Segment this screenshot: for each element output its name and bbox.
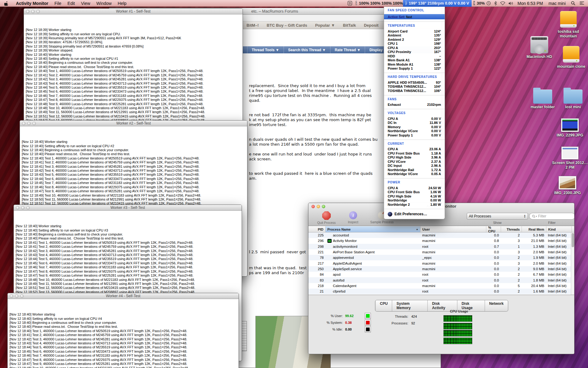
- tab[interactable]: CPU: [375, 300, 392, 311]
- menu-item[interactable]: File: [51, 1, 65, 6]
- worker3-titlebar[interactable]: Worker #3 - Self-Test: [14, 205, 242, 211]
- column-process-name[interactable]: Process Name ▲: [326, 226, 420, 232]
- process-filter-popup[interactable]: All Processes ▲▼: [467, 213, 528, 220]
- zoom-button[interactable]: [32, 122, 36, 125]
- bookmark-item[interactable]: Deposit: [364, 23, 379, 28]
- desktop-icon[interactable]: Screen Shot 2012…2 PM: [552, 147, 588, 170]
- menu-item[interactable]: View: [78, 1, 93, 6]
- log-line: [Nov 12 18:40] Please read stress.txt. C…: [9, 325, 239, 329]
- user-color-swatch[interactable]: [365, 313, 371, 319]
- close-button[interactable]: [26, 10, 29, 13]
- minimize-button[interactable]: [27, 122, 31, 125]
- thread-toolbar-button[interactable]: Thread Tools ▼: [247, 46, 284, 53]
- table-row[interactable]: 221 AirPort Base Station Agent macmini 0…: [308, 249, 571, 255]
- close-button[interactable]: [16, 206, 19, 209]
- table-row[interactable]: 217 AppleIDAuthAgent macmini 0.0 3 2.0 M…: [308, 260, 571, 266]
- column-real-mem[interactable]: Real Mem: [522, 226, 546, 232]
- zoom-button[interactable]: [36, 10, 40, 13]
- close-button[interactable]: [22, 122, 25, 125]
- minimize-button[interactable]: [21, 206, 24, 209]
- edit-preferences-menu-item[interactable]: Edit Preferences…: [384, 211, 445, 217]
- bookmark-item[interactable]: BitTalk: [343, 23, 356, 28]
- table-row[interactable]: 296 Activity Monitor macmini 0.8 3 21.0 …: [308, 238, 571, 243]
- table-row[interactable]: 84 apsd root 0.0 2 6.7 MB Intel (64 bit): [308, 272, 571, 277]
- minimize-button[interactable]: [31, 10, 35, 13]
- apple-menu-icon[interactable]: [0, 1, 13, 6]
- table-row[interactable]: 218 CalendarAgent macmini 0.0 5 20.4 MB …: [308, 283, 571, 289]
- cell-kind: Intel (64 bit): [546, 245, 571, 248]
- column-pid[interactable]: PID: [308, 226, 326, 232]
- thread-toolbar-button[interactable]: Rate Thread ▼: [330, 46, 365, 53]
- menu-clock[interactable]: Mon 6:53 PM: [515, 1, 546, 6]
- worker1-titlebar[interactable]: Worker #1 - Self-Test: [24, 9, 243, 14]
- istat-mem-menu[interactable]: MEM 30%: [472, 1, 485, 6]
- bookmark-item[interactable]: Popular ▼: [315, 23, 335, 28]
- cell-kind: Intel (64 bit): [546, 256, 571, 259]
- desktop-icon[interactable]: mountain clone: [553, 46, 588, 69]
- threads-label: Threads:: [378, 315, 408, 318]
- zoom-button[interactable]: [322, 205, 325, 208]
- worker1-log[interactable]: [Nov 12 18:39] Worker starting[Nov 12 18…: [24, 14, 243, 127]
- close-button[interactable]: [311, 205, 315, 208]
- worker2-titlebar[interactable]: Worker #2 - Self-Test: [20, 121, 247, 126]
- table-row[interactable]: 250 AppleSpell.service macmini 0.0 2 9.0…: [308, 266, 571, 272]
- cell-pid: 225: [308, 233, 326, 237]
- fast-user-switch-menu[interactable]: mac mini: [546, 1, 568, 6]
- menu-item[interactable]: Edit: [64, 1, 78, 6]
- post-line: am.: [249, 176, 372, 181]
- zoom-button[interactable]: [26, 206, 30, 209]
- column-kind[interactable]: Kind: [546, 226, 572, 232]
- log-line: [Nov 12 18:39] Setting affinity to run w…: [26, 32, 243, 36]
- spotlight-icon[interactable]: [571, 1, 575, 6]
- bookmark-item[interactable]: BitM–!: [247, 23, 259, 28]
- table-row[interactable]: 225 accountsd macmini 0.0 2 5.3 MB Intel…: [308, 232, 571, 238]
- scrollbar[interactable]: [571, 232, 574, 295]
- table-row[interactable]: 78 appleeventsd _eppc 0.0 2 1.9 MB Intel…: [308, 255, 571, 260]
- column-user[interactable]: User: [420, 226, 486, 232]
- menu-item[interactable]: Window: [93, 1, 115, 6]
- idle-color-swatch[interactable]: [365, 326, 371, 332]
- active-set-menu-item[interactable]: Active Set: fast: [384, 14, 445, 19]
- system-color-swatch[interactable]: [365, 320, 371, 326]
- desktop-icon[interactable]: IMG_2300.JPG: [549, 176, 586, 195]
- scrollbar-thumb[interactable]: [571, 233, 574, 247]
- quit-process-button[interactable]: Quit Process: [313, 211, 340, 224]
- desktop-icon[interactable]: toshiba ssd mountain: [550, 11, 587, 39]
- istat-temp-menu-open[interactable]: TMP 199° 138° 2108rpm 0.00 V 0.00 V: [403, 0, 472, 7]
- close-button[interactable]: [10, 294, 13, 298]
- tab[interactable]: System Memory: [392, 300, 428, 311]
- table-row[interactable]: 83 autofsd root 0.0 2 1.8 MB Intel (64 b…: [308, 277, 571, 283]
- table-row[interactable]: 21 cfprefsd root 0.0 2 1.6 MB Intel (64 …: [308, 289, 571, 294]
- power-section: CPU A24.50 WCPU Front Side Bus1.06 WCPU …: [384, 186, 445, 207]
- log-line: [Nov 12 18:41] Test 2, 460000 Lucas-Lehm…: [9, 333, 239, 337]
- filter-search-field[interactable]: ▾ Filter: [529, 213, 575, 220]
- sensor-row: Exhaust2102rpm: [384, 103, 445, 107]
- zoom-button[interactable]: [20, 294, 24, 298]
- worker2-log[interactable]: [Nov 12 18:40] Worker starting[Nov 12 18…: [20, 126, 247, 214]
- time-machine-icon[interactable]: [486, 1, 491, 6]
- worker4-log[interactable]: [Nov 12 18:40] Worker starting[Nov 12 18…: [8, 299, 239, 368]
- log-line: [Nov 12 18:50] Test 11, 560000 Lucas-Leh…: [22, 197, 247, 201]
- worker4-titlebar[interactable]: Worker #4 - Self-Test: [8, 293, 239, 299]
- bookmark-item[interactable]: BTC Buy – Gift Cards: [267, 23, 307, 28]
- column-cpu[interactable]: % CPU: [486, 226, 501, 232]
- worker3-log[interactable]: [Nov 12 18:40] Worker starting[Nov 12 18…: [14, 211, 242, 298]
- desktop-icon[interactable]: lost mini: [555, 87, 588, 109]
- tab[interactable]: Network: [484, 300, 508, 311]
- table-row[interactable]: 298 activitymonitord root 0.7 1 1.3 MB I…: [308, 244, 571, 249]
- istat-cpu-menu[interactable]: CPU 100% 100% 100% 100%: [354, 1, 403, 6]
- desktop-icon[interactable]: Macintosh HD: [521, 36, 558, 59]
- minimize-button[interactable]: [15, 294, 18, 298]
- thread-toolbar-button[interactable]: Search this Thread ▼: [284, 46, 330, 53]
- volume-icon[interactable]: [508, 1, 513, 6]
- inspect-button[interactable]: i Inspect: [343, 211, 363, 224]
- sync-icon[interactable]: [348, 1, 352, 6]
- app-menu-title[interactable]: Activity Monitor: [13, 1, 51, 6]
- bluetooth-icon[interactable]: [494, 1, 497, 6]
- minimize-button[interactable]: [317, 205, 320, 208]
- desktop-icon[interactable]: IMG_2299.JPG: [552, 118, 588, 138]
- wifi-icon[interactable]: [500, 1, 505, 5]
- column-threads[interactable]: Threads: [501, 226, 522, 232]
- notification-center-icon[interactable]: [579, 1, 584, 5]
- menu-item[interactable]: Help: [115, 1, 130, 6]
